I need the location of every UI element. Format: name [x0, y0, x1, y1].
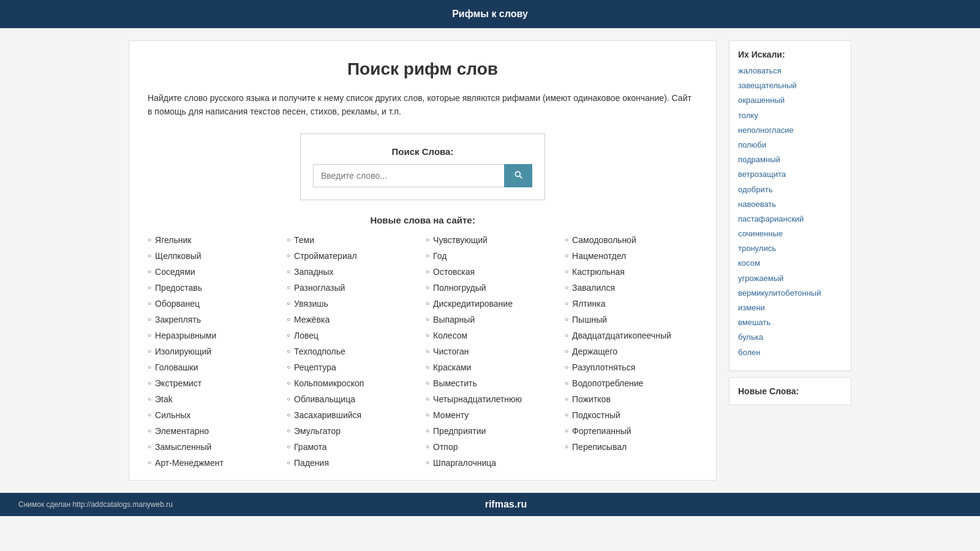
sidebar-searched-link[interactable]: угрожаемый	[738, 273, 842, 284]
list-item[interactable]: Рецептура	[287, 362, 420, 372]
list-item[interactable]: Ягельник	[148, 235, 281, 245]
list-item[interactable]: Чистоган	[426, 347, 559, 356]
list-item[interactable]: Экстремист	[148, 378, 281, 388]
list-item[interactable]: Пожитков	[565, 394, 698, 404]
list-item[interactable]: Предоставь	[148, 283, 281, 293]
list-item[interactable]: Держащего	[565, 347, 698, 356]
list-item[interactable]: Щелпковый	[148, 251, 281, 261]
list-item[interactable]: Фортепианный	[565, 426, 698, 436]
list-item[interactable]: Дискредитирование	[426, 299, 559, 309]
sidebar-searched-link[interactable]: неполногласие	[738, 125, 842, 136]
list-item[interactable]: Самодовольной	[565, 235, 698, 245]
list-item[interactable]: Замысленный	[148, 442, 281, 452]
sidebar-new-words-section: Новые Слова:	[729, 377, 851, 405]
search-row	[313, 164, 532, 187]
sidebar-searched-section: Их Искали: жаловатьсязавещательныйокраше…	[729, 40, 851, 371]
sidebar-searched-link[interactable]: сочиненные	[738, 228, 842, 239]
list-item[interactable]: Засахарившийся	[287, 410, 420, 420]
list-item[interactable]: Полногрудый	[426, 283, 559, 293]
new-words-title: Новые слова на сайте:	[148, 215, 698, 225]
sidebar-searched-link[interactable]: навоевать	[738, 199, 842, 210]
word-column: ТемиСтройматериалЗападныхРазноглазыйУвяз…	[287, 235, 420, 468]
sidebar-searched-link[interactable]: пастафарианский	[738, 214, 842, 225]
list-item[interactable]: Пышный	[565, 315, 698, 324]
list-item[interactable]: Завалился	[565, 283, 698, 293]
list-item[interactable]: Красками	[426, 362, 559, 372]
list-item[interactable]: Водопотребление	[565, 378, 698, 388]
list-item[interactable]: Выместить	[426, 378, 559, 388]
list-item[interactable]: Техподполье	[287, 347, 420, 356]
sidebar-searched-link[interactable]: вмешать	[738, 317, 842, 328]
list-item[interactable]: Падения	[287, 458, 420, 468]
words-grid: ЯгельникЩелпковыйСоседямиПредоставьОборв…	[148, 235, 698, 468]
list-item[interactable]: Разуплотняться	[565, 362, 698, 372]
sidebar-searched-link[interactable]: полюби	[738, 140, 842, 151]
list-item[interactable]: Моменту	[426, 410, 559, 420]
sidebar-searched-link[interactable]: булька	[738, 332, 842, 343]
list-item[interactable]: Ялтинка	[565, 299, 698, 309]
footer-credit: Снимок сделан http://addcatalogs.manyweb…	[18, 500, 173, 509]
list-item[interactable]: Подкостный	[565, 410, 698, 420]
search-label: Поиск Слова:	[313, 146, 532, 157]
sidebar-searched-link[interactable]: тронулись	[738, 243, 842, 254]
list-item[interactable]: Кольпомикроскоп	[287, 378, 420, 388]
main-content: Поиск рифм слов Найдите слово русского я…	[129, 40, 717, 481]
search-icon	[513, 170, 523, 179]
list-item[interactable]: Предприятии	[426, 426, 559, 436]
sidebar-searched-link[interactable]: завещательный	[738, 80, 842, 91]
list-item[interactable]: Четырнадцатилетнюю	[426, 394, 559, 404]
list-item[interactable]: Эмульгатор	[287, 426, 420, 436]
sidebar-searched-link[interactable]: одобрить	[738, 184, 842, 195]
list-item[interactable]: Оборванец	[148, 299, 281, 309]
list-item[interactable]: Неразрывными	[148, 331, 281, 340]
list-item[interactable]: Год	[426, 251, 559, 261]
list-item[interactable]: Нацменотдел	[565, 251, 698, 261]
list-item[interactable]: Межёвка	[287, 315, 420, 324]
list-item[interactable]: Арт-Менеджмент	[148, 458, 281, 468]
list-item[interactable]: Выпарный	[426, 315, 559, 324]
footer-domain: rifmas.ru	[485, 499, 527, 510]
page-description: Найдите слово русского языка и получите …	[148, 91, 698, 119]
list-item[interactable]: Закреплять	[148, 315, 281, 324]
list-item[interactable]: Элементарно	[148, 426, 281, 436]
sidebar-links-container: жаловатьсязавещательныйокрашенныйтолкуне…	[738, 66, 842, 358]
list-item[interactable]: Стройматериал	[287, 251, 420, 261]
list-item[interactable]: Сильных	[148, 410, 281, 420]
list-item[interactable]: Изолирующий	[148, 347, 281, 356]
header-title: Рифмы к слову	[452, 9, 528, 19]
sidebar-searched-link[interactable]: вермикулитобетонный	[738, 288, 842, 299]
sidebar-searched-link[interactable]: окрашенный	[738, 95, 842, 106]
list-item[interactable]: Колесом	[426, 331, 559, 340]
list-item[interactable]: Остовская	[426, 267, 559, 277]
word-column: ЧувствующийГодОстовскаяПолногрудыйДискре…	[426, 235, 559, 468]
word-column: ЯгельникЩелпковыйСоседямиПредоставьОборв…	[148, 235, 281, 468]
list-item[interactable]: Чувствующий	[426, 235, 559, 245]
sidebar-new-words-title: Новые Слова:	[738, 386, 842, 396]
sidebar-searched-link[interactable]: болен	[738, 347, 842, 358]
search-button[interactable]	[504, 164, 532, 187]
list-item[interactable]: Шпаргалочница	[426, 458, 559, 468]
search-input[interactable]	[313, 164, 504, 187]
list-item[interactable]: Эtak	[148, 394, 281, 404]
list-item[interactable]: Кастрюльная	[565, 267, 698, 277]
list-item[interactable]: Увязишь	[287, 299, 420, 309]
list-item[interactable]: Переписывал	[565, 442, 698, 452]
sidebar-searched-link[interactable]: ветрозащита	[738, 169, 842, 180]
list-item[interactable]: Грамота	[287, 442, 420, 452]
list-item[interactable]: Головашки	[148, 362, 281, 372]
sidebar-searched-link[interactable]: измени	[738, 302, 842, 313]
sidebar-searched-link[interactable]: подрамный	[738, 154, 842, 165]
list-item[interactable]: Западных	[287, 267, 420, 277]
list-item[interactable]: Двадцатдцатикопеечный	[565, 331, 698, 340]
site-header: Рифмы к слову	[0, 0, 980, 28]
list-item[interactable]: Отпор	[426, 442, 559, 452]
list-item[interactable]: Обливальщица	[287, 394, 420, 404]
page-footer: Снимок сделан http://addcatalogs.manyweb…	[0, 493, 980, 516]
list-item[interactable]: Теми	[287, 235, 420, 245]
list-item[interactable]: Соседями	[148, 267, 281, 277]
sidebar-searched-link[interactable]: жаловаться	[738, 66, 842, 77]
list-item[interactable]: Разноглазый	[287, 283, 420, 293]
sidebar-searched-link[interactable]: толку	[738, 110, 842, 121]
list-item[interactable]: Ловец	[287, 331, 420, 340]
sidebar-searched-link[interactable]: косом	[738, 258, 842, 269]
